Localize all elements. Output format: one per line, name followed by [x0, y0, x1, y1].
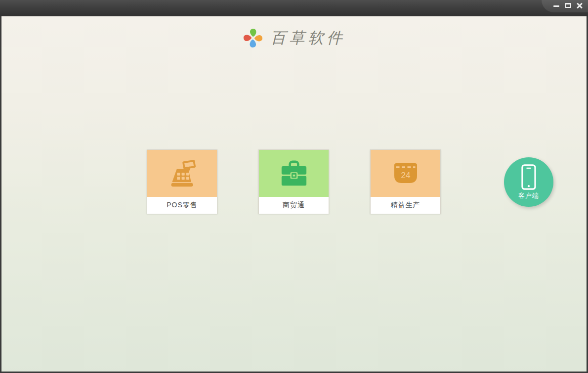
- main-content: 百草软件 POS零售: [1, 16, 587, 372]
- calendar-day-number: 24: [401, 171, 410, 180]
- titlebar: [0, 0, 588, 16]
- product-label: 商贸通: [259, 197, 329, 214]
- product-card-trade[interactable]: 商贸通: [258, 149, 329, 214]
- client-button-label: 客户端: [518, 191, 539, 200]
- pinwheel-logo-icon: [243, 28, 263, 48]
- maximize-icon: [565, 3, 571, 8]
- product-card-pos-art: [147, 150, 217, 197]
- client-button[interactable]: 客户端: [504, 157, 553, 207]
- product-card-lean-art: 24: [371, 150, 440, 197]
- brand-header: 百草软件: [1, 26, 587, 50]
- minimize-icon: [553, 5, 559, 7]
- maximize-button[interactable]: [564, 1, 572, 9]
- app-title: 百草软件: [271, 28, 346, 48]
- product-card-lean[interactable]: 24 精益生产: [370, 149, 441, 214]
- product-label: 精益生产: [371, 197, 440, 214]
- minimize-button[interactable]: [552, 1, 560, 9]
- calendar-icon: 24: [393, 162, 419, 185]
- product-card-pos[interactable]: POS零售: [147, 149, 217, 214]
- close-button[interactable]: [576, 1, 584, 9]
- smartphone-icon: [520, 164, 537, 190]
- app-window: 百草软件 POS零售: [0, 0, 588, 373]
- cash-register-icon: [167, 159, 198, 188]
- product-card-trade-art: [259, 150, 329, 197]
- briefcase-icon: [279, 160, 309, 187]
- product-label: POS零售: [147, 197, 217, 214]
